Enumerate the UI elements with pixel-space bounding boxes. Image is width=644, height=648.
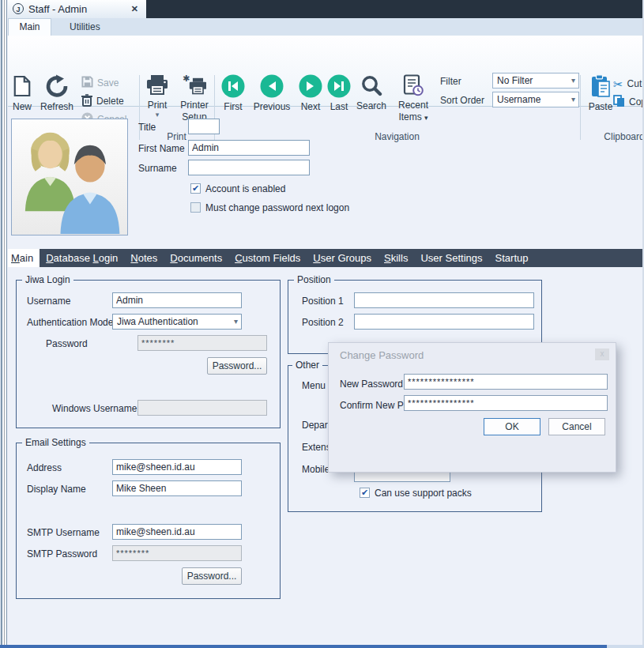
ribbon-tab-utilities[interactable]: Utilities xyxy=(63,18,107,36)
title-field[interactable] xyxy=(188,119,220,134)
other-legend: Other xyxy=(292,360,322,371)
staff-photo xyxy=(11,119,128,235)
print-button[interactable]: Print ▾ xyxy=(142,74,172,118)
account-enabled-label: Account is enabled xyxy=(205,183,285,194)
dialog-title: Change Password xyxy=(340,349,424,361)
delete-button[interactable]: Delete xyxy=(81,94,124,108)
new-document-icon xyxy=(13,74,32,100)
position2-field[interactable] xyxy=(354,314,534,330)
change-password-button[interactable]: Password... xyxy=(207,357,267,375)
staff-admin-window: J Staff - Admin ✕ Main Utilities Actions… xyxy=(0,0,644,648)
tab-user-groups[interactable]: User Groups xyxy=(307,249,378,267)
group-separator xyxy=(580,75,581,140)
svg-text:✱: ✱ xyxy=(183,74,190,83)
recent-items-button[interactable]: Recent Items ▾ xyxy=(393,74,434,123)
filter-select[interactable]: No Filter ▾ xyxy=(492,73,579,89)
paste-button[interactable]: Paste xyxy=(585,74,616,112)
first-name-field[interactable] xyxy=(188,140,310,156)
document-tab-staff-admin[interactable]: J Staff - Admin ✕ xyxy=(8,0,146,18)
new-button[interactable]: New xyxy=(6,74,38,112)
position-legend: Position xyxy=(294,274,334,285)
next-button[interactable]: Next xyxy=(297,74,324,112)
smtp-username-label: SMTP Username xyxy=(27,527,100,538)
page-tab-strip: MainDatabase LoginNotesDocumentsCustom F… xyxy=(0,249,644,267)
smtp-password-label: SMTP Password xyxy=(27,548,97,559)
window-title: Staff - Admin xyxy=(28,0,87,18)
save-icon xyxy=(81,76,93,90)
new-password-label: New Password xyxy=(340,379,403,390)
dropdown-caret-icon: ▾ xyxy=(424,114,428,122)
confirm-new-password-field[interactable] xyxy=(404,395,608,411)
display-name-field[interactable] xyxy=(112,480,242,496)
account-enabled-checkbox[interactable]: ✔ xyxy=(190,183,201,194)
surname-field[interactable] xyxy=(188,160,310,175)
ok-button[interactable]: OK xyxy=(484,418,540,435)
two-people-image xyxy=(13,120,126,234)
tab-custom-fields[interactable]: Custom Fields xyxy=(228,249,307,267)
sort-order-label: Sort Order xyxy=(440,95,484,106)
chevron-down-icon: ▾ xyxy=(571,95,575,104)
trash-icon xyxy=(81,94,92,109)
jiwa-logo-icon: J xyxy=(13,3,24,14)
printer-setup-button[interactable]: ✱ Printer Setup xyxy=(175,74,213,122)
sort-order-select[interactable]: Username ▾ xyxy=(492,92,579,107)
cut-button[interactable]: ✂ Cut xyxy=(613,77,642,91)
username-field[interactable] xyxy=(112,292,242,308)
smtp-password-field xyxy=(112,545,242,561)
previous-button[interactable]: Previous xyxy=(250,74,294,112)
auth-mode-select[interactable]: Jiwa Authentication ▾ xyxy=(112,314,242,330)
search-button[interactable]: Search xyxy=(355,74,388,111)
close-icon[interactable]: ✕ xyxy=(131,0,138,18)
recent-items-icon xyxy=(403,74,424,99)
username-label: Username xyxy=(27,296,70,307)
display-name-label: Display Name xyxy=(27,484,86,495)
title-label: Title xyxy=(138,122,156,133)
chevron-down-icon: ▾ xyxy=(234,317,238,326)
tab-notes[interactable]: Notes xyxy=(124,249,164,267)
copy-icon xyxy=(613,95,625,110)
tab-user-settings[interactable]: User Settings xyxy=(414,249,488,267)
window-bottom-corner xyxy=(607,645,644,648)
can-use-support-packs-checkbox[interactable]: ✔ xyxy=(360,488,370,498)
first-name-label: First Name xyxy=(138,143,185,154)
auth-mode-label: Authentication Mode xyxy=(27,317,113,328)
tab-documents[interactable]: Documents xyxy=(164,249,228,267)
position1-field[interactable] xyxy=(354,292,534,308)
ribbon: Actions Print Navigation Clipboard New R… xyxy=(0,36,644,107)
tab-startup[interactable]: Startup xyxy=(489,249,535,267)
dialog-close-icon[interactable]: x xyxy=(595,348,609,360)
windows-username-field xyxy=(137,400,267,416)
position2-label: Position 2 xyxy=(302,317,344,328)
smtp-password-button[interactable]: Password... xyxy=(182,567,242,585)
surname-label: Surname xyxy=(138,163,177,174)
window-bottom-border xyxy=(0,645,607,648)
tab-main[interactable]: Main xyxy=(5,249,40,267)
smtp-username-field[interactable] xyxy=(112,524,242,540)
position1-label: Position 1 xyxy=(302,296,344,307)
save-button[interactable]: Save xyxy=(81,76,119,90)
printer-setup-icon: ✱ xyxy=(183,74,206,99)
must-change-password-label: Must change password next logon xyxy=(205,202,349,213)
copy-button[interactable]: Copy xyxy=(613,95,644,109)
tab-skills[interactable]: Skills xyxy=(378,249,414,267)
cancel-button[interactable]: Cancel xyxy=(548,418,605,435)
tab-database-login[interactable]: Database Login xyxy=(40,249,124,267)
scissors-icon: ✂ xyxy=(613,78,623,90)
mobile-label: Mobile xyxy=(302,464,330,475)
last-button[interactable]: Last xyxy=(326,74,352,112)
first-button[interactable]: First xyxy=(220,74,247,112)
clipboard-group-label: Clipboard xyxy=(589,131,644,142)
address-field[interactable] xyxy=(112,459,242,475)
must-change-password-checkbox[interactable] xyxy=(190,202,201,213)
window-left-border xyxy=(0,0,8,648)
refresh-icon xyxy=(45,74,69,100)
address-label: Address xyxy=(27,462,62,473)
menu-label: Menu xyxy=(302,380,326,391)
search-icon xyxy=(360,74,382,100)
next-icon xyxy=(299,74,322,100)
can-use-support-packs-label: Can use support packs xyxy=(375,488,472,499)
new-password-field[interactable] xyxy=(404,374,608,390)
ribbon-tab-main[interactable]: Main xyxy=(8,18,51,36)
refresh-button[interactable]: Refresh xyxy=(38,74,76,112)
paste-clipboard-icon xyxy=(591,74,611,100)
